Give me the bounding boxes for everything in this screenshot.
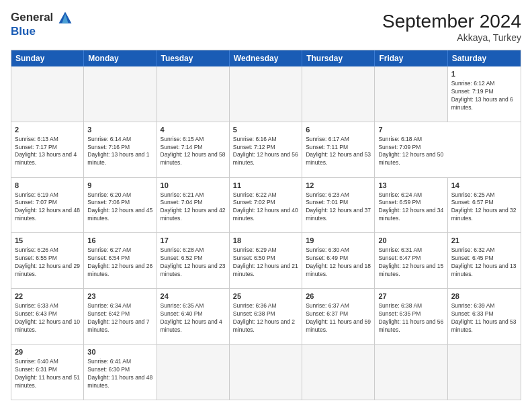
weekday-header-thursday: Thursday [302,50,375,66]
calendar-day-30: 30Sunrise: 6:41 AMSunset: 6:30 PMDayligh… [84,345,157,400]
calendar-day-22: 22Sunrise: 6:33 AMSunset: 6:43 PMDayligh… [11,289,84,344]
calendar-day-12: 12Sunrise: 6:23 AMSunset: 7:01 PMDayligh… [302,178,375,233]
calendar-day-8: 8Sunrise: 6:19 AMSunset: 7:07 PMDaylight… [11,178,84,233]
title-block: September 2024 Akkaya, Turkey [382,11,521,43]
empty-cell [84,66,157,122]
weekday-header-wednesday: Wednesday [230,50,302,66]
page: General Blue September 2024 Akkaya, Turk… [0,0,532,411]
calendar-day-29: 29Sunrise: 6:40 AMSunset: 6:31 PMDayligh… [11,345,84,400]
logo-blue: Blue [11,26,73,38]
calendar-day-5: 5Sunrise: 6:16 AMSunset: 7:12 PMDaylight… [230,122,302,177]
calendar-day-7: 7Sunrise: 6:18 AMSunset: 7:09 PMDaylight… [375,122,447,177]
calendar-week-4: 15Sunrise: 6:26 AMSunset: 6:55 PMDayligh… [11,232,521,288]
empty-cell [375,66,447,122]
empty-cell [11,66,84,122]
calendar-day-15: 15Sunrise: 6:26 AMSunset: 6:55 PMDayligh… [11,233,84,288]
calendar-day-9: 9Sunrise: 6:20 AMSunset: 7:06 PMDaylight… [84,178,157,233]
calendar-day-17: 17Sunrise: 6:28 AMSunset: 6:52 PMDayligh… [157,233,230,288]
empty-cell [230,345,302,400]
empty-cell [375,345,447,400]
calendar-week-6: 29Sunrise: 6:40 AMSunset: 6:31 PMDayligh… [11,344,521,400]
calendar-day-19: 19Sunrise: 6:30 AMSunset: 6:49 PMDayligh… [302,233,375,288]
calendar-day-28: 28Sunrise: 6:39 AMSunset: 6:33 PMDayligh… [448,289,521,344]
calendar-day-6: 6Sunrise: 6:17 AMSunset: 7:11 PMDaylight… [302,122,375,177]
empty-cell [157,66,230,122]
calendar-day-25: 25Sunrise: 6:36 AMSunset: 6:38 PMDayligh… [230,289,302,344]
empty-cell [448,345,521,400]
calendar-day-26: 26Sunrise: 6:37 AMSunset: 6:37 PMDayligh… [302,289,375,344]
calendar-day-1: 1Sunrise: 6:12 AMSunset: 7:19 PMDaylight… [448,66,521,122]
weekday-header-monday: Monday [84,50,157,66]
calendar-day-2: 2Sunrise: 6:13 AMSunset: 7:17 PMDaylight… [11,122,84,177]
empty-cell [157,345,230,400]
weekday-header-friday: Friday [375,50,447,66]
calendar-header: SundayMondayTuesdayWednesdayThursdayFrid… [11,50,521,66]
month-title: September 2024 [382,11,521,32]
calendar-week-3: 8Sunrise: 6:19 AMSunset: 7:07 PMDaylight… [11,177,521,233]
calendar-day-16: 16Sunrise: 6:27 AMSunset: 6:54 PMDayligh… [84,233,157,288]
calendar-day-4: 4Sunrise: 6:15 AMSunset: 7:14 PMDaylight… [157,122,230,177]
calendar-week-5: 22Sunrise: 6:33 AMSunset: 6:43 PMDayligh… [11,288,521,344]
calendar-day-11: 11Sunrise: 6:22 AMSunset: 7:02 PMDayligh… [230,178,302,233]
empty-cell [230,66,302,122]
logo: General Blue [11,11,73,38]
logo-icon [58,11,73,26]
empty-cell [302,345,375,400]
calendar-body: 1Sunrise: 6:12 AMSunset: 7:19 PMDaylight… [11,66,521,400]
logo-general: General [11,11,73,26]
calendar-day-18: 18Sunrise: 6:29 AMSunset: 6:50 PMDayligh… [230,233,302,288]
empty-cell [302,66,375,122]
calendar-day-24: 24Sunrise: 6:35 AMSunset: 6:40 PMDayligh… [157,289,230,344]
calendar-day-13: 13Sunrise: 6:24 AMSunset: 6:59 PMDayligh… [375,178,447,233]
calendar-week-2: 2Sunrise: 6:13 AMSunset: 7:17 PMDaylight… [11,122,521,177]
weekday-header-saturday: Saturday [448,50,521,66]
calendar-day-14: 14Sunrise: 6:25 AMSunset: 6:57 PMDayligh… [448,178,521,233]
calendar-week-1: 1Sunrise: 6:12 AMSunset: 7:19 PMDaylight… [11,66,521,122]
calendar-day-23: 23Sunrise: 6:34 AMSunset: 6:42 PMDayligh… [84,289,157,344]
location-subtitle: Akkaya, Turkey [382,32,521,43]
calendar-day-27: 27Sunrise: 6:38 AMSunset: 6:35 PMDayligh… [375,289,447,344]
calendar-day-10: 10Sunrise: 6:21 AMSunset: 7:04 PMDayligh… [157,178,230,233]
weekday-header-sunday: Sunday [11,50,84,66]
calendar-day-20: 20Sunrise: 6:31 AMSunset: 6:47 PMDayligh… [375,233,447,288]
header: General Blue September 2024 Akkaya, Turk… [11,11,521,43]
calendar-day-3: 3Sunrise: 6:14 AMSunset: 7:16 PMDaylight… [84,122,157,177]
calendar: SundayMondayTuesdayWednesdayThursdayFrid… [11,50,521,400]
calendar-day-21: 21Sunrise: 6:32 AMSunset: 6:45 PMDayligh… [448,233,521,288]
weekday-header-tuesday: Tuesday [157,50,230,66]
